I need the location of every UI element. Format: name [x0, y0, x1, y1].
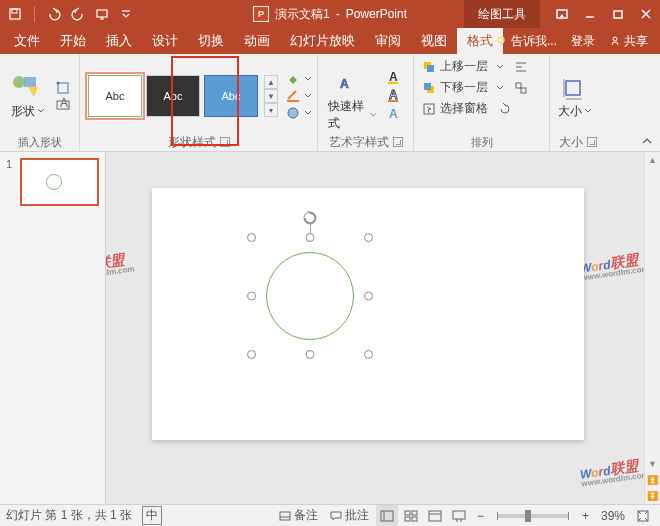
tab-design[interactable]: 设计 — [142, 28, 188, 54]
comments-button[interactable]: 批注 — [325, 505, 374, 527]
edit-shape-icon[interactable] — [56, 81, 70, 95]
shape-styles-launcher-icon[interactable] — [220, 137, 230, 147]
resize-handle[interactable] — [247, 350, 256, 359]
zoom-slider[interactable] — [497, 514, 569, 518]
text-outline-icon[interactable]: A — [387, 89, 405, 103]
group-size-label: 大小 — [559, 134, 583, 151]
shape-effects-button[interactable] — [286, 106, 312, 120]
rotation-handle-icon[interactable] — [302, 210, 318, 226]
slideshow-view-icon[interactable] — [448, 505, 470, 527]
tab-slideshow[interactable]: 幻灯片放映 — [280, 28, 365, 54]
svg-rect-20 — [287, 100, 299, 102]
contextual-tab-label: 绘图工具 — [464, 0, 540, 28]
share-button[interactable]: 共享 — [603, 28, 654, 54]
slide[interactable] — [152, 188, 584, 440]
svg-rect-48 — [412, 511, 417, 515]
zoom-in-button[interactable]: + — [577, 505, 594, 527]
tell-me-button[interactable]: 告诉我... — [488, 28, 563, 54]
language-indicator[interactable]: 中 — [142, 506, 162, 525]
tab-file[interactable]: 文件 — [4, 28, 50, 54]
undo-icon[interactable] — [47, 7, 61, 21]
restore-button[interactable] — [604, 0, 632, 28]
tab-home[interactable]: 开始 — [50, 28, 96, 54]
svg-rect-47 — [405, 511, 410, 515]
vertical-scrollbar[interactable]: ▲ ▼ ⏫ ⏬ — [644, 152, 660, 504]
start-from-beginning-icon[interactable] — [95, 7, 109, 21]
svg-rect-43 — [280, 512, 290, 520]
fit-to-window-icon[interactable] — [632, 505, 654, 527]
group-icon[interactable] — [514, 81, 528, 95]
gallery-up-icon[interactable]: ▲ — [264, 75, 278, 89]
group-arrange-label: 排列 — [422, 134, 541, 150]
svg-rect-36 — [516, 83, 521, 88]
quick-styles-button[interactable]: A 快速样式 — [326, 58, 379, 134]
close-button[interactable] — [632, 0, 660, 28]
svg-rect-50 — [412, 517, 417, 521]
next-slide-icon[interactable]: ⏬ — [645, 488, 660, 504]
tab-animations[interactable]: 动画 — [234, 28, 280, 54]
ribbon-display-options-icon[interactable] — [548, 0, 576, 28]
selected-shape[interactable] — [252, 238, 368, 354]
watermark: Word联盟www.wordlm.com — [106, 247, 135, 282]
resize-handle[interactable] — [306, 350, 315, 359]
shape-style-2[interactable]: Abc — [146, 75, 200, 117]
resize-handle[interactable] — [247, 292, 256, 301]
svg-rect-27 — [388, 100, 398, 102]
resize-handle[interactable] — [364, 233, 373, 242]
resize-handle[interactable] — [247, 233, 256, 242]
slide-thumbnail-panel: 1 — [0, 152, 106, 504]
text-fill-icon[interactable]: A — [387, 71, 405, 85]
rotate-icon[interactable] — [498, 102, 512, 116]
zoom-level[interactable]: 39% — [596, 505, 630, 527]
gallery-more-icon[interactable]: ▾ — [264, 103, 278, 117]
send-backward-button[interactable]: 下移一层 — [422, 79, 528, 96]
size-button[interactable]: 大小 — [558, 73, 592, 120]
text-box-icon[interactable]: A — [56, 98, 70, 112]
shape-fill-button[interactable] — [286, 72, 312, 86]
svg-rect-45 — [381, 511, 393, 521]
collapse-ribbon-icon[interactable] — [638, 135, 656, 149]
slide-thumbnail-1[interactable]: 1 — [6, 158, 99, 206]
size-launcher-icon[interactable] — [587, 137, 597, 147]
shape-outline-button[interactable] — [286, 89, 312, 103]
reading-view-icon[interactable] — [424, 505, 446, 527]
tab-insert[interactable]: 插入 — [96, 28, 142, 54]
svg-point-17 — [57, 81, 60, 84]
signin-button[interactable]: 登录 — [565, 28, 601, 54]
shape-style-gallery[interactable]: Abc Abc Abc ▲ ▼ ▾ — [88, 75, 278, 117]
svg-rect-30 — [427, 65, 434, 72]
zoom-out-button[interactable]: − — [472, 505, 489, 527]
scroll-down-icon[interactable]: ▼ — [645, 456, 660, 472]
redo-icon[interactable] — [71, 7, 85, 21]
tab-review[interactable]: 审阅 — [365, 28, 411, 54]
shapes-button[interactable]: 形状 — [8, 71, 48, 122]
prev-slide-icon[interactable]: ⏫ — [645, 472, 660, 488]
wordart-launcher-icon[interactable] — [393, 137, 403, 147]
gallery-down-icon[interactable]: ▼ — [264, 89, 278, 103]
notes-button[interactable]: 备注 — [274, 505, 323, 527]
sorter-view-icon[interactable] — [400, 505, 422, 527]
selection-pane-button[interactable]: 选择窗格 — [422, 100, 512, 117]
qat-customize-icon[interactable] — [119, 7, 133, 21]
svg-rect-2 — [97, 10, 107, 17]
svg-rect-25 — [388, 82, 398, 84]
scroll-up-icon[interactable]: ▲ — [645, 152, 660, 168]
text-effects-icon[interactable]: A — [387, 107, 405, 121]
slide-indicator: 幻灯片 第 1 张，共 1 张 — [6, 507, 132, 524]
svg-point-11 — [498, 37, 504, 43]
shape-style-3[interactable]: Abc — [204, 75, 258, 117]
bring-forward-button[interactable]: 上移一层 — [422, 58, 528, 75]
align-icon[interactable] — [514, 60, 528, 74]
tab-transitions[interactable]: 切换 — [188, 28, 234, 54]
watermark: Word联盟www.wordlm.com — [579, 247, 650, 282]
slide-canvas-area[interactable]: Word联盟www.wordlm.com Word联盟www.wordlm.co… — [106, 152, 660, 504]
resize-handle[interactable] — [306, 233, 315, 242]
normal-view-icon[interactable] — [376, 505, 398, 527]
resize-handle[interactable] — [364, 350, 373, 359]
svg-point-42 — [304, 212, 316, 224]
tab-view[interactable]: 视图 — [411, 28, 457, 54]
minimize-button[interactable] — [576, 0, 604, 28]
save-icon[interactable] — [8, 7, 22, 21]
shape-style-1[interactable]: Abc — [88, 75, 142, 117]
resize-handle[interactable] — [364, 292, 373, 301]
